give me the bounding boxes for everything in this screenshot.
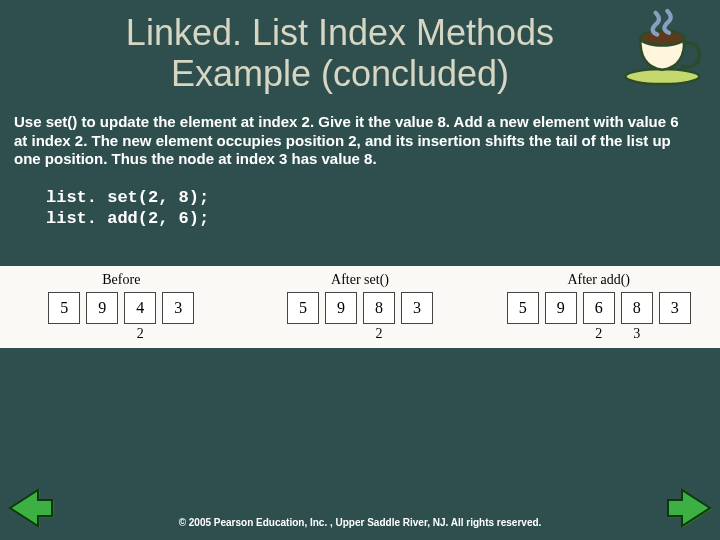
prev-slide-button[interactable]: [8, 488, 54, 532]
svg-marker-2: [10, 490, 52, 526]
list-node: 3: [659, 292, 691, 324]
svg-point-0: [625, 69, 699, 84]
title-line-2: Example (concluded): [171, 53, 509, 94]
figure-group: After add()5968323: [487, 272, 710, 342]
svg-marker-3: [668, 490, 710, 526]
title-line-1: Linked. List Index Methods: [126, 12, 554, 53]
list-node: 6: [583, 292, 615, 324]
list-node: 8: [363, 292, 395, 324]
code-block: list. set(2, 8); list. add(2, 6);: [0, 177, 720, 230]
list-node: 9: [545, 292, 577, 324]
figure-group: Before59432: [10, 272, 233, 342]
index-label: 2: [363, 326, 395, 342]
list-node: 5: [507, 292, 539, 324]
figure-label: After set(): [249, 272, 472, 292]
list-node: 3: [401, 292, 433, 324]
next-slide-button[interactable]: [666, 488, 712, 532]
description-text: Use set() to update the element at index…: [0, 95, 720, 177]
figure-group: After set()59832: [249, 272, 472, 342]
coffee-cup-icon: [622, 6, 706, 86]
list-node: 5: [48, 292, 80, 324]
list-node: 9: [325, 292, 357, 324]
list-node: 3: [162, 292, 194, 324]
index-label: 3: [621, 326, 653, 342]
list-node: 5: [287, 292, 319, 324]
list-figure: Before59432After set()59832After add()59…: [0, 266, 720, 348]
code-line-2: list. add(2, 6);: [46, 208, 720, 229]
svg-point-1: [640, 30, 684, 45]
list-node: 8: [621, 292, 653, 324]
figure-label: Before: [10, 272, 233, 292]
figure-label: After add(): [487, 272, 710, 292]
index-label: 2: [124, 326, 156, 342]
index-label: 2: [583, 326, 615, 342]
list-node: 9: [86, 292, 118, 324]
slide-title: Linked. List Index Methods Example (conc…: [0, 0, 720, 95]
copyright-text: © 2005 Pearson Education, Inc. , Upper S…: [0, 517, 720, 528]
code-line-1: list. set(2, 8);: [46, 187, 720, 208]
list-node: 4: [124, 292, 156, 324]
